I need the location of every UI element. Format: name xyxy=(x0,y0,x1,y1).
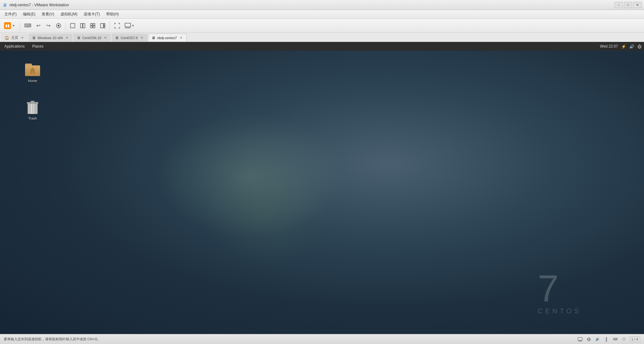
snapshot-mgr-button[interactable] xyxy=(54,21,63,31)
svg-rect-11 xyxy=(104,26,105,28)
pause-button[interactable]: ▮▮ ▼ xyxy=(3,21,17,31)
win10-tab-icon: 🖥 xyxy=(32,36,36,40)
tab-home-close[interactable]: ✕ xyxy=(20,36,24,40)
desktop-icon-trash[interactable]: Trash xyxy=(20,98,45,121)
gnome-panel-left: Applications Places xyxy=(3,44,45,49)
tab-home-label: 主页 xyxy=(11,35,18,40)
snapshot-fwd-button[interactable]: ↪ xyxy=(44,21,53,31)
tab-centos610[interactable]: 🖥 CentOS6.10 ✕ xyxy=(73,33,111,42)
restore-button[interactable]: □ xyxy=(624,2,632,8)
title-bar: 🖥 nbdj-centos7 - VMware Workstation – □ … xyxy=(0,0,644,10)
svg-rect-27 xyxy=(28,104,29,113)
layout-quad-button[interactable] xyxy=(88,21,97,31)
tab-centos610-label: CentOS6.10 xyxy=(82,36,101,40)
svg-rect-29 xyxy=(579,341,581,341)
svg-rect-28 xyxy=(578,337,582,341)
trash-icon-label: Trash xyxy=(28,116,37,120)
status-sound-icon[interactable]: 🔊 xyxy=(594,336,601,343)
gnome-power-icon[interactable]: ⏻ xyxy=(637,44,641,49)
tab-nbdj-centos7[interactable]: 🖥 nbdj-centos7 ✕ xyxy=(148,33,187,42)
gnome-panel-right: Wed 22:07 ⚡ 🔊 ⏻ xyxy=(600,44,641,49)
centos-brand-text: CENTOS xyxy=(538,307,581,315)
tab-win10-label: Windows 10 x64 xyxy=(38,36,63,40)
minimize-button[interactable]: – xyxy=(615,2,623,8)
home-icon-label: Home xyxy=(28,79,37,83)
fullscreen-button[interactable] xyxy=(112,21,122,31)
gnome-sound-icon[interactable]: 🔊 xyxy=(629,44,634,49)
home-folder-icon xyxy=(24,61,41,78)
separator-2 xyxy=(65,21,66,30)
tab-nbdj-label: nbdj-centos7 xyxy=(157,36,177,40)
centos76-tab-icon: 🖥 xyxy=(115,36,119,40)
page-count: 1 / 4 xyxy=(629,336,640,342)
svg-rect-7 xyxy=(91,26,92,28)
menu-bar: 文件(F) 编辑(E) 查看(V) 虚拟机(M) 选项卡(T) 帮助(H) xyxy=(0,10,644,19)
gnome-places-menu[interactable]: Places xyxy=(30,44,45,49)
separator-1 xyxy=(20,21,20,30)
svg-rect-3 xyxy=(80,23,82,28)
pause-dropdown-arrow: ▼ xyxy=(12,24,16,27)
menu-view[interactable]: 查看(V) xyxy=(39,10,57,18)
trash-icon xyxy=(24,99,41,115)
svg-rect-6 xyxy=(93,23,95,25)
desktop: Home xyxy=(0,51,644,334)
menu-edit[interactable]: 编辑(E) xyxy=(20,10,39,18)
menu-help[interactable]: 帮助(H) xyxy=(103,10,122,18)
bg-glow-1 xyxy=(157,113,345,239)
status-monitor-icon[interactable] xyxy=(577,336,584,343)
nbdj-tab-icon: 🖥 xyxy=(152,36,155,40)
window-controls: – □ ✕ xyxy=(615,2,641,8)
bg-glow-2 xyxy=(204,160,329,270)
status-display-icon[interactable]: 🖵 xyxy=(621,336,627,343)
menu-vm[interactable]: 虚拟机(M) xyxy=(57,10,80,18)
tab-home[interactable]: 🏠 主页 ✕ xyxy=(1,33,28,42)
menu-file[interactable]: 文件(F) xyxy=(1,10,20,18)
centos-watermark: 7 CENTOS xyxy=(538,270,581,315)
tab-centos76[interactable]: 🖥 CentOS7.6 ✕ xyxy=(112,33,147,42)
menu-tabs[interactable]: 选项卡(T) xyxy=(80,10,103,18)
tab-centos610-close[interactable]: ✕ xyxy=(103,36,107,40)
svg-rect-8 xyxy=(93,26,95,28)
gnome-applications-menu[interactable]: Applications xyxy=(3,44,27,49)
tab-nbdj-close[interactable]: ✕ xyxy=(179,36,183,40)
toolbar: ▮▮ ▼ ⌨ ↩ ↪ ▼ xyxy=(0,19,644,33)
tab-win10[interactable]: 🖥 Windows 10 x64 ✕ xyxy=(29,33,73,42)
status-network-icon[interactable] xyxy=(585,336,592,343)
svg-rect-10 xyxy=(104,23,105,25)
status-keyboard-icon[interactable]: ⌨ xyxy=(612,336,619,343)
tab-win10-close[interactable]: ✕ xyxy=(65,36,69,40)
close-button[interactable]: ✕ xyxy=(633,2,641,8)
centos610-tab-icon: 🖥 xyxy=(77,36,80,40)
gnome-datetime: Wed 22:07 xyxy=(600,44,618,49)
layout-single-button[interactable] xyxy=(68,21,77,31)
svg-rect-4 xyxy=(83,23,85,28)
svg-rect-2 xyxy=(70,23,75,28)
title-text: nbdj-centos7 - VMware Workstation xyxy=(9,3,615,7)
svg-rect-23 xyxy=(31,101,34,103)
gnome-network-icon[interactable]: ⚡ xyxy=(621,44,626,49)
tab-centos76-close[interactable]: ✕ xyxy=(140,36,144,40)
svg-rect-12 xyxy=(125,23,131,27)
desktop-icon-home[interactable]: Home xyxy=(20,60,45,84)
status-hint-text: 要将输入定向到该虚拟机，请将鼠标指针移入其中或按 Ctrl+G。 xyxy=(4,337,101,341)
home-tab-icon: 🏠 xyxy=(5,36,9,40)
status-bar: 要将输入定向到该虚拟机，请将鼠标指针移入其中或按 Ctrl+G。 🔊 ⌨ 🖵 1… xyxy=(0,334,644,344)
svg-rect-9 xyxy=(101,23,103,28)
svg-rect-13 xyxy=(126,27,130,28)
svg-rect-19 xyxy=(32,71,34,74)
centos-version-number: 7 xyxy=(538,270,581,307)
app-icon: 🖥 xyxy=(3,3,8,8)
gnome-panel: Applications Places Wed 22:07 ⚡ 🔊 ⏻ xyxy=(0,42,644,51)
tab-bar: 🏠 主页 ✕ 🖥 Windows 10 x64 ✕ 🖥 CentOS6.10 ✕… xyxy=(0,33,644,42)
separator-3 xyxy=(110,21,110,30)
view-button[interactable]: ▼ xyxy=(123,21,136,31)
layout-split-button[interactable] xyxy=(78,21,87,31)
svg-point-1 xyxy=(58,25,60,27)
layout-custom-button[interactable] xyxy=(98,21,107,31)
status-usb-icon[interactable] xyxy=(603,336,610,343)
pause-icon: ▮▮ xyxy=(4,22,11,29)
send-ctrlaltdel-button[interactable]: ⌨ xyxy=(23,21,33,31)
svg-rect-5 xyxy=(91,23,92,25)
status-right: 🔊 ⌨ 🖵 1 / 4 xyxy=(577,336,640,343)
snapshot-back-button[interactable]: ↩ xyxy=(34,21,43,31)
